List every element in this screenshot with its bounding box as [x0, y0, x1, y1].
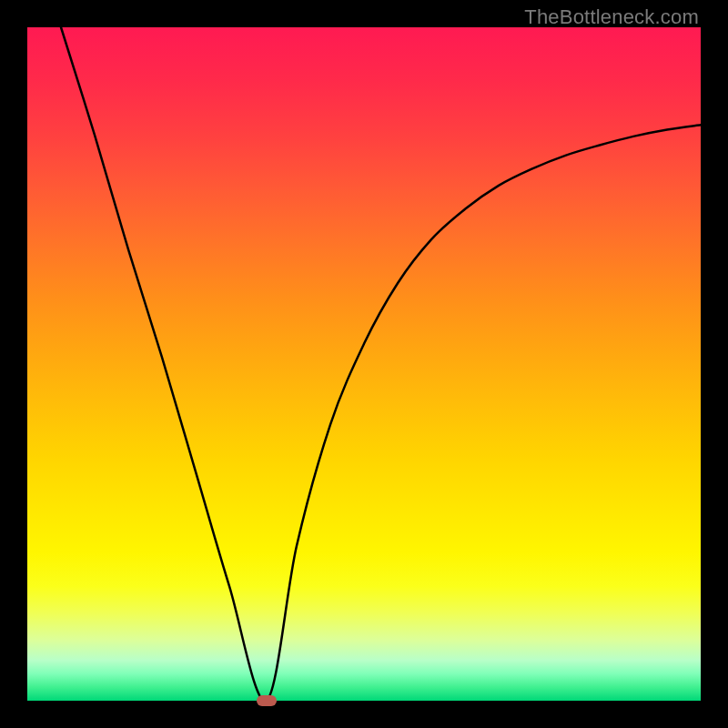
optimal-point-marker [257, 695, 277, 706]
bottleneck-curve [27, 27, 701, 701]
watermark-text: TheBottleneck.com [524, 5, 699, 29]
chart-frame: TheBottleneck.com [0, 0, 728, 728]
